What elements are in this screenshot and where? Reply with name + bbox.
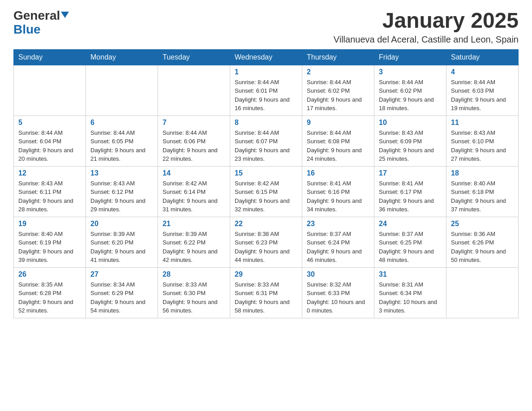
day-info: Sunrise: 8:33 AM Sunset: 6:31 PM Dayligh… [235,280,297,315]
day-number: 24 [379,220,442,228]
calendar-table: SundayMondayTuesdayWednesdayThursdayFrid… [13,49,519,318]
day-info: Sunrise: 8:42 AM Sunset: 6:14 PM Dayligh… [163,179,225,214]
calendar-cell: 28Sunrise: 8:33 AM Sunset: 6:30 PM Dayli… [158,267,230,318]
day-number: 25 [451,220,514,228]
day-number: 28 [163,270,225,278]
calendar-cell: 19Sunrise: 8:40 AM Sunset: 6:19 PM Dayli… [14,217,86,267]
day-number: 13 [90,169,153,177]
week-row-2: 5Sunrise: 8:44 AM Sunset: 6:04 PM Daylig… [14,116,519,166]
week-row-4: 19Sunrise: 8:40 AM Sunset: 6:19 PM Dayli… [14,217,519,267]
calendar-cell: 1Sunrise: 8:44 AM Sunset: 6:01 PM Daylig… [230,65,302,116]
day-number: 2 [307,68,369,76]
day-number: 31 [379,270,442,278]
calendar-cell: 27Sunrise: 8:34 AM Sunset: 6:29 PM Dayli… [86,267,158,318]
calendar-cell [14,65,86,116]
calendar-cell: 14Sunrise: 8:42 AM Sunset: 6:14 PM Dayli… [158,166,230,217]
calendar-cell: 31Sunrise: 8:31 AM Sunset: 6:34 PM Dayli… [374,267,446,318]
day-info: Sunrise: 8:44 AM Sunset: 6:08 PM Dayligh… [307,128,369,163]
day-info: Sunrise: 8:44 AM Sunset: 6:01 PM Dayligh… [235,78,297,113]
day-number: 3 [379,68,442,76]
week-row-5: 26Sunrise: 8:35 AM Sunset: 6:28 PM Dayli… [14,267,519,318]
column-header-wednesday: Wednesday [230,49,302,65]
day-number: 16 [307,169,369,177]
day-info: Sunrise: 8:44 AM Sunset: 6:03 PM Dayligh… [451,78,514,113]
day-info: Sunrise: 8:44 AM Sunset: 6:06 PM Dayligh… [163,128,225,163]
day-number: 20 [90,220,153,228]
day-info: Sunrise: 8:43 AM Sunset: 6:11 PM Dayligh… [18,179,81,214]
calendar-title: January 2025 [334,9,519,33]
day-info: Sunrise: 8:39 AM Sunset: 6:20 PM Dayligh… [90,230,153,265]
day-number: 26 [18,270,81,278]
day-info: Sunrise: 8:42 AM Sunset: 6:15 PM Dayligh… [235,179,297,214]
calendar-cell: 11Sunrise: 8:43 AM Sunset: 6:10 PM Dayli… [446,116,519,166]
day-number: 5 [18,119,81,127]
day-info: Sunrise: 8:43 AM Sunset: 6:12 PM Dayligh… [90,179,153,214]
calendar-cell: 23Sunrise: 8:37 AM Sunset: 6:24 PM Dayli… [302,217,374,267]
column-header-saturday: Saturday [446,49,519,65]
day-info: Sunrise: 8:40 AM Sunset: 6:18 PM Dayligh… [451,179,514,214]
day-info: Sunrise: 8:44 AM Sunset: 6:02 PM Dayligh… [307,78,369,113]
day-number: 15 [235,169,297,177]
calendar-cell: 22Sunrise: 8:38 AM Sunset: 6:23 PM Dayli… [230,217,302,267]
title-area: January 2025 Villanueva del Aceral, Cast… [334,9,519,45]
calendar-cell: 30Sunrise: 8:32 AM Sunset: 6:33 PM Dayli… [302,267,374,318]
day-info: Sunrise: 8:41 AM Sunset: 6:17 PM Dayligh… [379,179,442,214]
calendar-cell: 2Sunrise: 8:44 AM Sunset: 6:02 PM Daylig… [302,65,374,116]
day-info: Sunrise: 8:34 AM Sunset: 6:29 PM Dayligh… [90,280,153,315]
calendar-cell [446,267,519,318]
logo: General Blue [13,9,69,37]
day-number: 6 [90,119,153,127]
calendar-cell: 3Sunrise: 8:44 AM Sunset: 6:02 PM Daylig… [374,65,446,116]
day-number: 21 [163,220,225,228]
day-info: Sunrise: 8:35 AM Sunset: 6:28 PM Dayligh… [18,280,81,315]
logo-general-text: General [13,9,60,23]
calendar-cell: 16Sunrise: 8:41 AM Sunset: 6:16 PM Dayli… [302,166,374,217]
day-info: Sunrise: 8:43 AM Sunset: 6:09 PM Dayligh… [379,128,442,163]
day-info: Sunrise: 8:39 AM Sunset: 6:22 PM Dayligh… [163,230,225,265]
day-info: Sunrise: 8:37 AM Sunset: 6:24 PM Dayligh… [307,230,369,265]
day-info: Sunrise: 8:31 AM Sunset: 6:34 PM Dayligh… [379,280,442,315]
column-header-tuesday: Tuesday [158,49,230,65]
day-number: 10 [379,119,442,127]
day-info: Sunrise: 8:32 AM Sunset: 6:33 PM Dayligh… [307,280,369,315]
day-info: Sunrise: 8:37 AM Sunset: 6:25 PM Dayligh… [379,230,442,265]
day-info: Sunrise: 8:44 AM Sunset: 6:02 PM Dayligh… [379,78,442,113]
calendar-cell: 29Sunrise: 8:33 AM Sunset: 6:31 PM Dayli… [230,267,302,318]
day-number: 30 [307,270,369,278]
calendar-cell: 24Sunrise: 8:37 AM Sunset: 6:25 PM Dayli… [374,217,446,267]
column-header-monday: Monday [86,49,158,65]
day-info: Sunrise: 8:36 AM Sunset: 6:26 PM Dayligh… [451,230,514,265]
calendar-cell: 17Sunrise: 8:41 AM Sunset: 6:17 PM Dayli… [374,166,446,217]
logo-blue-text: Blue [13,23,41,37]
day-info: Sunrise: 8:38 AM Sunset: 6:23 PM Dayligh… [235,230,297,265]
calendar-cell: 8Sunrise: 8:44 AM Sunset: 6:07 PM Daylig… [230,116,302,166]
page-header: General Blue January 2025 Villanueva del… [13,9,519,45]
day-number: 11 [451,119,514,127]
calendar-cell: 9Sunrise: 8:44 AM Sunset: 6:08 PM Daylig… [302,116,374,166]
calendar-cell: 5Sunrise: 8:44 AM Sunset: 6:04 PM Daylig… [14,116,86,166]
calendar-cell: 20Sunrise: 8:39 AM Sunset: 6:20 PM Dayli… [86,217,158,267]
calendar-cell: 13Sunrise: 8:43 AM Sunset: 6:12 PM Dayli… [86,166,158,217]
logo-triangle-icon [61,12,69,18]
day-info: Sunrise: 8:44 AM Sunset: 6:05 PM Dayligh… [90,128,153,163]
day-info: Sunrise: 8:40 AM Sunset: 6:19 PM Dayligh… [18,230,81,265]
calendar-cell: 15Sunrise: 8:42 AM Sunset: 6:15 PM Dayli… [230,166,302,217]
week-row-3: 12Sunrise: 8:43 AM Sunset: 6:11 PM Dayli… [14,166,519,217]
column-header-sunday: Sunday [14,49,86,65]
day-number: 8 [235,119,297,127]
day-number: 14 [163,169,225,177]
calendar-cell [158,65,230,116]
day-info: Sunrise: 8:43 AM Sunset: 6:10 PM Dayligh… [451,128,514,163]
calendar-cell: 26Sunrise: 8:35 AM Sunset: 6:28 PM Dayli… [14,267,86,318]
day-number: 4 [451,68,514,76]
day-number: 27 [90,270,153,278]
calendar-cell: 21Sunrise: 8:39 AM Sunset: 6:22 PM Dayli… [158,217,230,267]
day-number: 19 [18,220,81,228]
day-number: 9 [307,119,369,127]
day-info: Sunrise: 8:41 AM Sunset: 6:16 PM Dayligh… [307,179,369,214]
calendar-cell: 6Sunrise: 8:44 AM Sunset: 6:05 PM Daylig… [86,116,158,166]
day-number: 18 [451,169,514,177]
calendar-cell: 18Sunrise: 8:40 AM Sunset: 6:18 PM Dayli… [446,166,519,217]
calendar-cell: 7Sunrise: 8:44 AM Sunset: 6:06 PM Daylig… [158,116,230,166]
column-header-thursday: Thursday [302,49,374,65]
